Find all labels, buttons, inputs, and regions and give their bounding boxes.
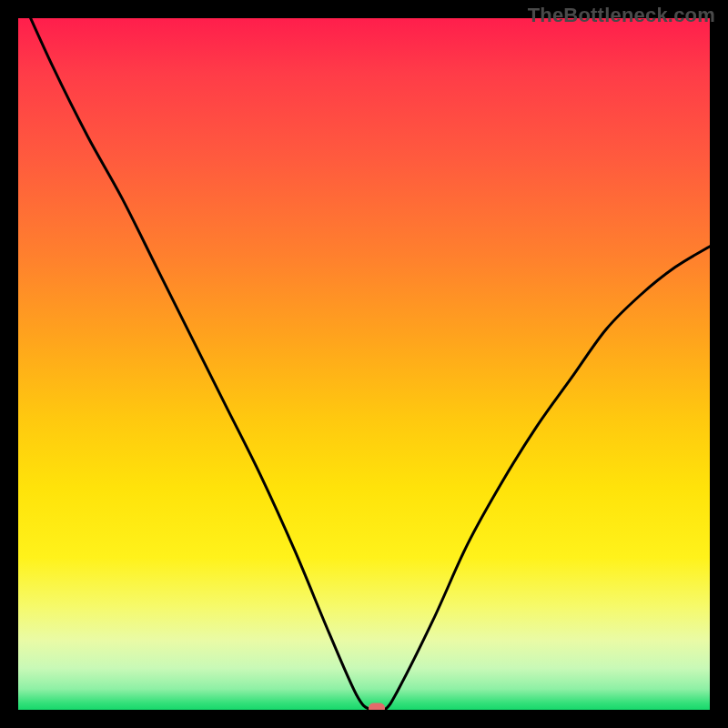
optimal-point-marker [369, 703, 385, 711]
chart-frame: TheBottleneck.com [0, 0, 728, 728]
bottleneck-curve [18, 18, 710, 710]
watermark-text: TheBottleneck.com [528, 4, 715, 27]
plot-area [18, 18, 710, 710]
